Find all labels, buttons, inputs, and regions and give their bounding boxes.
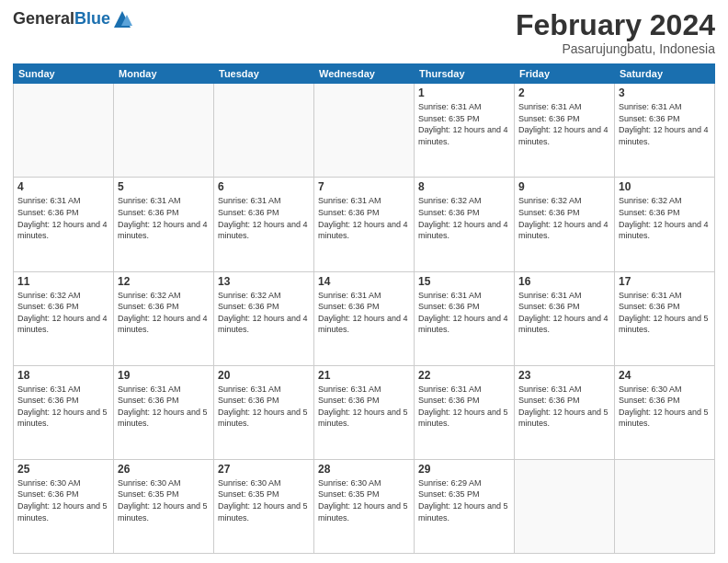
logo: GeneralBlue [13, 9, 132, 29]
day-info: Sunrise: 6:32 AM Sunset: 6:36 PM Dayligh… [218, 290, 310, 336]
day-info: Sunrise: 6:31 AM Sunset: 6:35 PM Dayligh… [418, 101, 510, 147]
page: GeneralBlue February 2024 Pasarujungbatu… [0, 0, 728, 563]
day-info: Sunrise: 6:31 AM Sunset: 6:36 PM Dayligh… [418, 290, 510, 336]
calendar-cell-3-0: 18Sunrise: 6:31 AM Sunset: 6:36 PM Dayli… [14, 365, 114, 459]
calendar-cell-2-1: 12Sunrise: 6:32 AM Sunset: 6:36 PM Dayli… [114, 271, 214, 365]
calendar-cell-1-4: 8Sunrise: 6:32 AM Sunset: 6:36 PM Daylig… [415, 178, 515, 271]
day-info: Sunrise: 6:32 AM Sunset: 6:36 PM Dayligh… [418, 195, 510, 241]
day-info: Sunrise: 6:31 AM Sunset: 6:36 PM Dayligh… [118, 384, 210, 430]
calendar-cell-4-1: 26Sunrise: 6:30 AM Sunset: 6:35 PM Dayli… [114, 459, 214, 553]
calendar-header-row: Sunday Monday Tuesday Wednesday Thursday… [14, 64, 715, 84]
day-number: 8 [418, 180, 510, 193]
calendar-cell-2-5: 16Sunrise: 6:31 AM Sunset: 6:36 PM Dayli… [515, 271, 615, 365]
day-number: 27 [218, 463, 310, 476]
day-number: 9 [518, 180, 610, 193]
col-wednesday: Wednesday [314, 64, 415, 84]
day-info: Sunrise: 6:31 AM Sunset: 6:36 PM Dayligh… [418, 384, 510, 430]
day-number: 10 [619, 180, 711, 193]
day-number: 13 [218, 275, 310, 288]
day-info: Sunrise: 6:31 AM Sunset: 6:36 PM Dayligh… [518, 384, 610, 430]
day-info: Sunrise: 6:30 AM Sunset: 6:35 PM Dayligh… [218, 477, 310, 523]
day-info: Sunrise: 6:31 AM Sunset: 6:36 PM Dayligh… [218, 384, 310, 430]
day-number: 14 [318, 275, 410, 288]
day-number: 3 [619, 86, 711, 99]
day-info: Sunrise: 6:30 AM Sunset: 6:36 PM Dayligh… [619, 384, 711, 430]
calendar-cell-3-6: 24Sunrise: 6:30 AM Sunset: 6:36 PM Dayli… [615, 365, 715, 459]
week-row-4: 25Sunrise: 6:30 AM Sunset: 6:36 PM Dayli… [14, 459, 715, 553]
calendar-cell-2-3: 14Sunrise: 6:31 AM Sunset: 6:36 PM Dayli… [314, 271, 415, 365]
day-number: 7 [318, 180, 410, 193]
day-number: 15 [418, 275, 510, 288]
calendar-cell-2-4: 15Sunrise: 6:31 AM Sunset: 6:36 PM Dayli… [415, 271, 515, 365]
day-info: Sunrise: 6:31 AM Sunset: 6:36 PM Dayligh… [218, 195, 310, 241]
calendar-cell-0-1 [114, 84, 214, 178]
day-number: 2 [518, 86, 610, 99]
calendar-cell-1-5: 9Sunrise: 6:32 AM Sunset: 6:36 PM Daylig… [515, 178, 615, 271]
calendar-cell-0-0 [14, 84, 114, 178]
day-info: Sunrise: 6:31 AM Sunset: 6:36 PM Dayligh… [518, 101, 610, 147]
month-title: February 2024 [516, 9, 715, 41]
day-info: Sunrise: 6:32 AM Sunset: 6:36 PM Dayligh… [619, 195, 711, 241]
day-info: Sunrise: 6:32 AM Sunset: 6:36 PM Dayligh… [17, 290, 109, 336]
col-tuesday: Tuesday [214, 64, 314, 84]
day-number: 1 [418, 86, 510, 99]
title-area: February 2024 Pasarujungbatu, Indonesia [516, 9, 715, 56]
day-number: 29 [418, 463, 510, 476]
day-info: Sunrise: 6:32 AM Sunset: 6:36 PM Dayligh… [118, 290, 210, 336]
calendar-table: Sunday Monday Tuesday Wednesday Thursday… [13, 63, 715, 554]
day-number: 25 [17, 463, 109, 476]
day-info: Sunrise: 6:30 AM Sunset: 6:35 PM Dayligh… [318, 477, 410, 523]
day-number: 24 [619, 369, 711, 382]
calendar-cell-3-1: 19Sunrise: 6:31 AM Sunset: 6:36 PM Dayli… [114, 365, 214, 459]
location: Pasarujungbatu, Indonesia [516, 41, 715, 56]
day-number: 28 [318, 463, 410, 476]
day-info: Sunrise: 6:31 AM Sunset: 6:36 PM Dayligh… [619, 290, 711, 336]
calendar-cell-0-3 [314, 84, 415, 178]
calendar-cell-2-0: 11Sunrise: 6:32 AM Sunset: 6:36 PM Dayli… [14, 271, 114, 365]
calendar-cell-0-5: 2Sunrise: 6:31 AM Sunset: 6:36 PM Daylig… [515, 84, 615, 178]
day-number: 12 [118, 275, 210, 288]
day-info: Sunrise: 6:31 AM Sunset: 6:36 PM Dayligh… [17, 195, 109, 241]
day-number: 5 [118, 180, 210, 193]
day-info: Sunrise: 6:31 AM Sunset: 6:36 PM Dayligh… [619, 101, 711, 147]
calendar-cell-3-2: 20Sunrise: 6:31 AM Sunset: 6:36 PM Dayli… [214, 365, 314, 459]
calendar-cell-1-3: 7Sunrise: 6:31 AM Sunset: 6:36 PM Daylig… [314, 178, 415, 271]
calendar-cell-1-2: 6Sunrise: 6:31 AM Sunset: 6:36 PM Daylig… [214, 178, 314, 271]
day-info: Sunrise: 6:30 AM Sunset: 6:36 PM Dayligh… [17, 477, 109, 523]
day-number: 11 [17, 275, 109, 288]
day-number: 21 [318, 369, 410, 382]
day-number: 6 [218, 180, 310, 193]
calendar-cell-2-2: 13Sunrise: 6:32 AM Sunset: 6:36 PM Dayli… [214, 271, 314, 365]
day-info: Sunrise: 6:31 AM Sunset: 6:36 PM Dayligh… [318, 195, 410, 241]
day-info: Sunrise: 6:31 AM Sunset: 6:36 PM Dayligh… [118, 195, 210, 241]
day-info: Sunrise: 6:32 AM Sunset: 6:36 PM Dayligh… [518, 195, 610, 241]
col-sunday: Sunday [14, 64, 114, 84]
week-row-2: 11Sunrise: 6:32 AM Sunset: 6:36 PM Dayli… [14, 271, 715, 365]
logo-text: GeneralBlue [13, 10, 110, 29]
calendar-cell-4-2: 27Sunrise: 6:30 AM Sunset: 6:35 PM Dayli… [214, 459, 314, 553]
day-info: Sunrise: 6:31 AM Sunset: 6:36 PM Dayligh… [518, 290, 610, 336]
col-saturday: Saturday [615, 64, 715, 84]
day-number: 22 [418, 369, 510, 382]
day-number: 20 [218, 369, 310, 382]
day-number: 16 [518, 275, 610, 288]
calendar-cell-1-6: 10Sunrise: 6:32 AM Sunset: 6:36 PM Dayli… [615, 178, 715, 271]
calendar-cell-0-4: 1Sunrise: 6:31 AM Sunset: 6:35 PM Daylig… [415, 84, 515, 178]
day-info: Sunrise: 6:30 AM Sunset: 6:35 PM Dayligh… [118, 477, 210, 523]
week-row-0: 1Sunrise: 6:31 AM Sunset: 6:35 PM Daylig… [14, 84, 715, 178]
calendar-cell-3-3: 21Sunrise: 6:31 AM Sunset: 6:36 PM Dayli… [314, 365, 415, 459]
calendar-cell-3-5: 23Sunrise: 6:31 AM Sunset: 6:36 PM Dayli… [515, 365, 615, 459]
day-info: Sunrise: 6:31 AM Sunset: 6:36 PM Dayligh… [17, 384, 109, 430]
col-thursday: Thursday [415, 64, 515, 84]
calendar-cell-2-6: 17Sunrise: 6:31 AM Sunset: 6:36 PM Dayli… [615, 271, 715, 365]
week-row-1: 4Sunrise: 6:31 AM Sunset: 6:36 PM Daylig… [14, 178, 715, 271]
calendar-cell-4-6 [615, 459, 715, 553]
day-number: 17 [619, 275, 711, 288]
calendar-cell-4-3: 28Sunrise: 6:30 AM Sunset: 6:35 PM Dayli… [314, 459, 415, 553]
day-info: Sunrise: 6:31 AM Sunset: 6:36 PM Dayligh… [318, 290, 410, 336]
day-number: 23 [518, 369, 610, 382]
col-friday: Friday [515, 64, 615, 84]
day-info: Sunrise: 6:29 AM Sunset: 6:35 PM Dayligh… [418, 477, 510, 523]
calendar-cell-4-4: 29Sunrise: 6:29 AM Sunset: 6:35 PM Dayli… [415, 459, 515, 553]
week-row-3: 18Sunrise: 6:31 AM Sunset: 6:36 PM Dayli… [14, 365, 715, 459]
